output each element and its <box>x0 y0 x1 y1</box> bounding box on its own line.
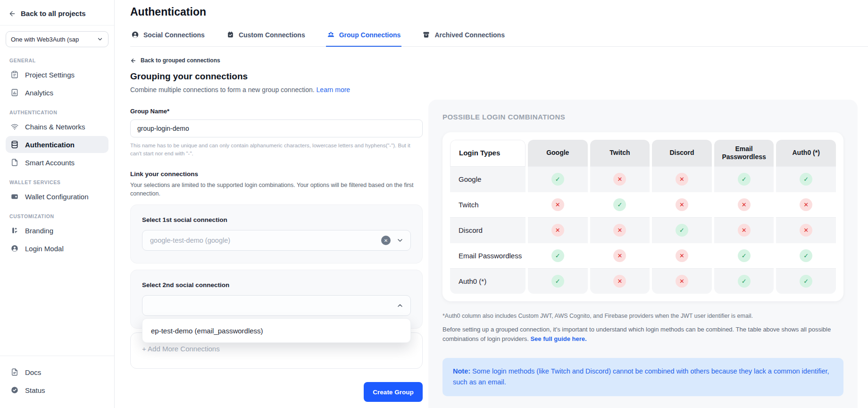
check-icon: ✓ <box>738 275 751 288</box>
tab-label: Custom Connections <box>239 31 305 39</box>
combination-cell: ✕ <box>714 192 774 217</box>
cross-icon: ✕ <box>676 249 688 262</box>
combination-cell: ✕ <box>652 166 712 192</box>
sidebar-item-label: Login Modal <box>25 245 64 253</box>
combination-cell: ✕ <box>590 217 650 243</box>
combination-cell: ✕ <box>714 217 774 243</box>
cross-icon: ✕ <box>800 224 812 237</box>
note-prefix: Note: <box>453 367 470 375</box>
content-row: Back to grouped connections Grouping you… <box>130 47 868 408</box>
column-header: Auth0 (*) <box>776 140 836 166</box>
sidebar-item-project-settings[interactable]: Project Settings <box>6 66 108 83</box>
user-circle-icon <box>131 31 139 39</box>
sidebar-item-label: Project Settings <box>25 71 75 79</box>
branding-icon <box>10 226 19 235</box>
sidebar-item-docs[interactable]: Docs <box>6 364 108 381</box>
chevron-down-icon <box>396 237 404 244</box>
column-header: Google <box>528 140 588 166</box>
main-area: Authentication Social Connections Custom… <box>115 0 868 408</box>
tab-label: Group Connections <box>339 31 401 39</box>
sidebar-item-authentication[interactable]: Authentication <box>6 136 108 153</box>
create-group-button[interactable]: Create Group <box>364 382 423 402</box>
cross-icon: ✕ <box>613 224 626 237</box>
chevron-up-icon <box>396 302 404 309</box>
tab-group-connections[interactable]: Group Connections <box>326 25 402 47</box>
combination-cell: ✓ <box>714 166 774 192</box>
link-connections-title: Link your connections <box>130 170 423 178</box>
project-selector[interactable]: One with Web3Auth (sap <box>6 31 108 47</box>
tab-bar: Social Connections Custom Connections Gr… <box>130 25 868 47</box>
sidebar-item-analytics[interactable]: Analytics <box>6 84 108 101</box>
sidebar-nav: GENERAL Project Settings Analytics AUTHE… <box>0 47 114 258</box>
back-to-projects-label: Back to all projects <box>21 9 86 17</box>
select-first-connection[interactable]: google-test-demo (google) ✕ <box>142 230 411 251</box>
user-circle-icon <box>10 244 19 253</box>
tab-custom-connections[interactable]: Custom Connections <box>225 25 306 47</box>
sidebar-item-label: Authentication <box>25 141 75 149</box>
dropdown-option-ep-test-demo[interactable]: ep-test-demo (email_passwordless) <box>142 319 410 342</box>
sidebar-item-smart-accounts[interactable]: Smart Accounts <box>6 154 108 171</box>
combinations-table: Login TypesGoogleTwitchDiscordEmail Pass… <box>450 140 836 294</box>
cross-icon: ✕ <box>676 198 688 211</box>
tab-label: Social Connections <box>143 31 205 39</box>
combination-cell: ✕ <box>652 243 712 268</box>
chevron-down-icon <box>97 36 103 42</box>
cross-icon: ✕ <box>800 198 812 211</box>
badge-icon <box>226 31 234 39</box>
select-second-connection[interactable] <box>142 295 411 316</box>
row-label: Twitch <box>450 192 526 217</box>
combination-cell: ✓ <box>528 268 588 294</box>
group-connection-form: Back to grouped connections Grouping you… <box>130 47 423 402</box>
sidebar-item-label: Status <box>25 386 45 394</box>
project-selector-value: One with Web3Auth (sap <box>11 36 79 43</box>
row-label: Auth0 (*) <box>450 268 526 294</box>
section-label-wallet-services: WALLET SERVICES <box>9 179 105 185</box>
section-label-authentication: AUTHENTICATION <box>9 110 105 115</box>
cross-icon: ✕ <box>738 224 751 237</box>
form-subheading: Combine multiple connections to form a n… <box>130 86 423 94</box>
tab-social-connections[interactable]: Social Connections <box>130 25 206 47</box>
add-more-connections-button[interactable]: + Add More Connections <box>142 345 220 353</box>
combination-cell: ✓ <box>590 192 650 217</box>
combination-cell: ✓ <box>776 243 836 268</box>
second-connection-card: Select 2nd social connection ep-test-dem… <box>130 270 423 329</box>
back-link-label: Back to grouped connections <box>141 57 220 64</box>
back-to-projects-link[interactable]: Back to all projects <box>0 0 114 26</box>
section-label-customization: CUSTOMIZATION <box>9 213 105 219</box>
wallet-icon <box>10 192 19 201</box>
sidebar-item-chains-networks[interactable]: Chains & Networks <box>6 118 108 135</box>
database-icon <box>10 140 19 149</box>
form-heading: Grouping your connections <box>130 71 423 82</box>
see-full-guide-link[interactable]: See full guide here. <box>530 335 586 342</box>
sidebar-item-wallet-configuration[interactable]: Wallet Configuration <box>6 188 108 205</box>
guide-footnote: Before setting up a grouped connection, … <box>442 325 843 344</box>
file-icon <box>10 158 19 167</box>
sidebar-item-label: Docs <box>25 368 41 376</box>
tab-archived-connections[interactable]: Archived Connections <box>421 25 506 47</box>
cross-icon: ✕ <box>551 224 564 237</box>
cross-icon: ✕ <box>613 249 626 262</box>
arrow-left-icon <box>8 10 16 17</box>
combination-cell: ✕ <box>528 217 588 243</box>
check-icon: ✓ <box>551 275 564 288</box>
connection-dropdown: ep-test-demo (email_passwordless) <box>142 318 411 343</box>
tab-label: Archived Connections <box>434 31 505 39</box>
row-label: Google <box>450 166 526 192</box>
check-icon: ✓ <box>551 249 564 262</box>
cross-icon: ✕ <box>676 173 688 186</box>
document-icon <box>10 368 19 376</box>
back-to-grouped-connections-link[interactable]: Back to grouped connections <box>130 57 423 64</box>
sidebar-item-branding[interactable]: Branding <box>6 222 108 239</box>
table-corner-header: Login Types <box>450 140 526 166</box>
login-combinations-panel: POSSIBLE LOGIN COMBINATIONS Login TypesG… <box>428 100 858 408</box>
select-first-value: google-test-demo (google) <box>150 237 381 244</box>
sidebar-item-status[interactable]: Status <box>6 382 108 399</box>
sidebar-item-login-modal[interactable]: Login Modal <box>6 240 108 257</box>
column-header: Email Passwordless <box>714 140 774 166</box>
learn-more-link[interactable]: Learn more <box>317 86 351 94</box>
combination-cell: ✓ <box>714 268 774 294</box>
group-name-input[interactable] <box>130 119 423 137</box>
combination-cell: ✕ <box>590 243 650 268</box>
auth0-footnote: *Auth0 column also includes Custom JWT, … <box>442 313 843 319</box>
clear-selection-icon[interactable]: ✕ <box>381 236 391 245</box>
